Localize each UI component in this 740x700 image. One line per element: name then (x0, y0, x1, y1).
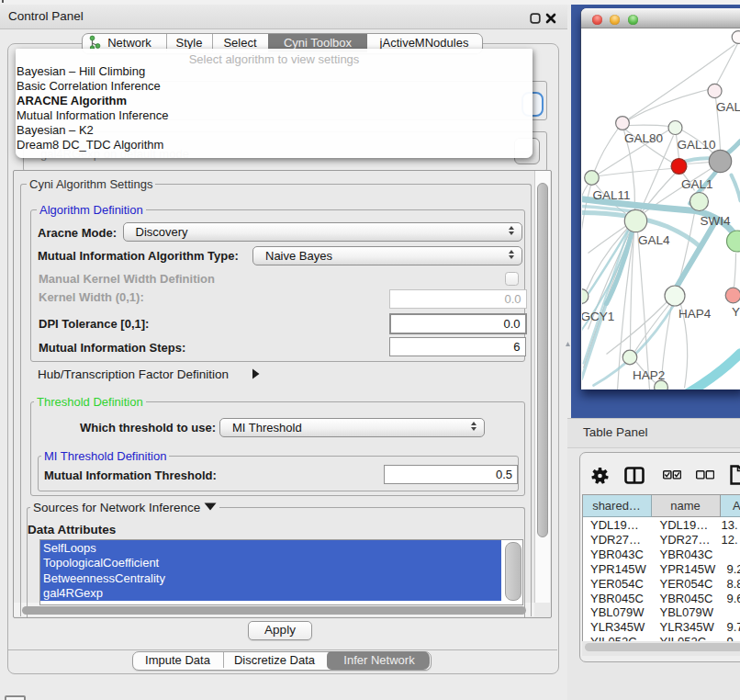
svg-text:GAL4: GAL4 (638, 233, 670, 247)
svg-text:GAL2: GAL2 (716, 99, 740, 113)
svg-text:GCY1: GCY1 (582, 309, 614, 322)
svg-text:YE: YE (732, 305, 740, 319)
svg-text:GAL80: GAL80 (624, 131, 663, 145)
svg-text:GAL10: GAL10 (677, 138, 715, 152)
svg-text:GAL11: GAL11 (592, 188, 630, 202)
svg-text:HAP2: HAP2 (633, 367, 665, 381)
svg-text:HAP4: HAP4 (678, 307, 712, 321)
svg-text:SWI4: SWI4 (700, 214, 730, 228)
svg-text:GAL1: GAL1 (681, 176, 713, 190)
